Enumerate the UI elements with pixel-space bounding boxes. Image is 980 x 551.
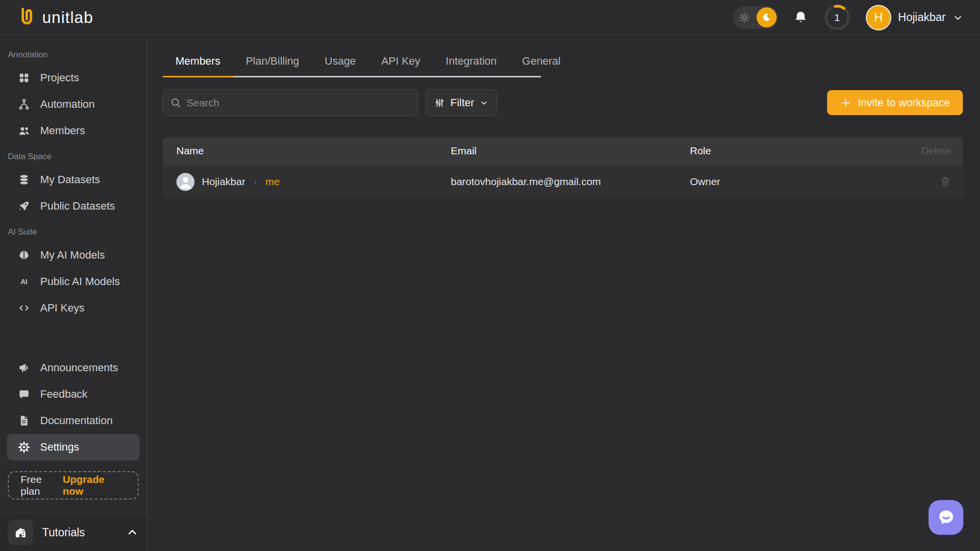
- table-header-row: NameEmailRoleDelete: [163, 137, 963, 165]
- sidebar-item-automation[interactable]: Automation: [0, 91, 140, 118]
- table-row: Hojiakbar·mebarotovhojiakbar.me@gmail.co…: [163, 165, 963, 198]
- sidebar-item-label: Public AI Models: [40, 275, 120, 288]
- ai-icon: AI: [18, 275, 30, 288]
- column-header-role: Role: [690, 145, 892, 157]
- search-icon: [170, 96, 182, 111]
- chevron-up-icon[interactable]: [126, 526, 139, 539]
- document-icon: [18, 414, 30, 427]
- invite-to-workspace-button[interactable]: Invite to workspace: [827, 90, 963, 115]
- chevron-down-icon[interactable]: [953, 12, 963, 23]
- sidebar-item-public-datasets[interactable]: Public Datasets: [0, 193, 140, 219]
- sidebar-item-my-ai-models[interactable]: My AI Models: [0, 242, 140, 268]
- tab-api-key[interactable]: API Key: [368, 47, 433, 77]
- code-icon: [18, 302, 30, 314]
- megaphone-icon: [18, 361, 30, 374]
- sidebar: AnnotationProjectsAutomationMembersData …: [0, 35, 147, 551]
- sidebar-item-label: Feedback: [40, 388, 88, 401]
- sidebar-item-label: My Datasets: [40, 173, 100, 186]
- trash-icon[interactable]: [939, 176, 951, 188]
- sidebar-item-feedback[interactable]: Feedback: [0, 381, 140, 407]
- sidebar-item-label: My AI Models: [40, 249, 105, 262]
- sidebar-item-api-keys[interactable]: API Keys: [0, 295, 140, 321]
- sidebar-item-label: Announcements: [40, 361, 118, 374]
- feedback-icon: [18, 388, 30, 401]
- tab-usage[interactable]: Usage: [312, 47, 369, 77]
- search-box: [163, 89, 418, 116]
- me-tag: me: [266, 176, 280, 188]
- tab-general[interactable]: General: [510, 47, 573, 77]
- member-name: Hojiakbar: [202, 176, 245, 188]
- sidebar-item-label: Automation: [40, 98, 95, 111]
- plan-label: Free plan: [21, 474, 63, 497]
- sliders-icon: [434, 97, 445, 108]
- invite-label: Invite to workspace: [858, 96, 950, 109]
- tutorials-label: Tutorials: [42, 526, 85, 539]
- sidebar-item-public-ai-models[interactable]: AIPublic AI Models: [0, 268, 140, 295]
- logo[interactable]: unitlab: [17, 6, 93, 29]
- paperclip-u-icon: [17, 6, 36, 29]
- sidebar-item-label: Public Datasets: [40, 200, 115, 213]
- branch-icon: [18, 98, 30, 111]
- member-name-cell: Hojiakbar·me: [176, 173, 451, 191]
- chevron-down-icon: [480, 98, 489, 107]
- sidebar-item-my-datasets[interactable]: My Datasets: [0, 167, 140, 193]
- theme-toggle[interactable]: [733, 6, 778, 29]
- notification-progress-ring[interactable]: 1: [823, 3, 851, 31]
- chat-bubble-icon: [936, 507, 956, 528]
- name-separator: ·: [254, 176, 257, 188]
- column-header-name: Name: [176, 145, 451, 157]
- section-label-ai-suite: AI Suite: [8, 227, 147, 237]
- search-input[interactable]: [163, 89, 418, 116]
- plan-box: Free plan Upgrade now: [8, 471, 139, 500]
- grid-icon: [18, 72, 30, 84]
- person-icon: [176, 173, 195, 191]
- main-content: MembersPlan/BillingUsageAPI KeyIntegrati…: [147, 35, 980, 551]
- settings-tabs: MembersPlan/BillingUsageAPI KeyIntegrati…: [163, 47, 541, 77]
- gear-icon: [18, 441, 30, 454]
- sidebar-item-label: Settings: [40, 441, 79, 454]
- user-menu[interactable]: H Hojiakbar: [866, 5, 963, 30]
- table-body: Hojiakbar·mebarotovhojiakbar.me@gmail.co…: [163, 165, 963, 198]
- sidebar-item-projects[interactable]: Projects: [0, 65, 140, 91]
- people-icon: [18, 124, 30, 137]
- chat-widget-button[interactable]: [929, 500, 963, 535]
- avatar[interactable]: H: [866, 5, 891, 30]
- delete-cell: [892, 176, 951, 188]
- member-role: Owner: [690, 176, 892, 188]
- column-header-email: Email: [451, 145, 690, 157]
- section-label-data-space: Data Space: [8, 152, 147, 162]
- sidebar-item-label: Projects: [40, 72, 79, 84]
- tab-integration[interactable]: Integration: [433, 47, 510, 77]
- notification-count: 1: [823, 3, 851, 31]
- moon-icon[interactable]: [757, 7, 777, 27]
- plus-icon: [840, 97, 852, 109]
- logo-text: unitlab: [42, 8, 93, 27]
- controls-row: Filter Invite to workspace: [163, 89, 963, 116]
- sun-icon[interactable]: [735, 12, 754, 24]
- filter-button[interactable]: Filter: [425, 89, 497, 116]
- members-table: NameEmailRoleDelete Hojiakbar·mebarotovh…: [163, 137, 963, 198]
- upgrade-now-link[interactable]: Upgrade now: [63, 474, 126, 497]
- svg-text:AI: AI: [21, 278, 27, 286]
- user-name: Hojiakbar: [898, 11, 946, 24]
- top-bar: unitlab: [0, 0, 980, 35]
- column-header-delete: Delete: [892, 145, 951, 157]
- sidebar-item-label: Documentation: [40, 414, 113, 427]
- sidebar-item-members[interactable]: Members: [0, 118, 140, 144]
- sidebar-spacer: [0, 321, 147, 355]
- sidebar-item-announcements[interactable]: Announcements: [0, 355, 140, 381]
- rocket-icon: [18, 200, 30, 213]
- sidebar-footer-items: AnnouncementsFeedbackDocumentationSettin…: [0, 355, 147, 460]
- tab-plan-billing[interactable]: Plan/Billing: [233, 47, 312, 77]
- bell-icon[interactable]: [793, 10, 808, 25]
- sidebar-sections: AnnotationProjectsAutomationMembersData …: [0, 42, 147, 321]
- sidebar-item-label: API Keys: [40, 302, 84, 314]
- tutorials-bar[interactable]: Tutorials: [0, 513, 147, 551]
- tab-members[interactable]: Members: [163, 47, 233, 77]
- brain-icon: [18, 249, 30, 262]
- sidebar-item-label: Members: [40, 124, 85, 137]
- section-label-annotation: Annotation: [8, 50, 147, 60]
- filter-label: Filter: [450, 96, 474, 109]
- sidebar-item-documentation[interactable]: Documentation: [0, 407, 140, 434]
- sidebar-item-settings[interactable]: Settings: [7, 434, 140, 460]
